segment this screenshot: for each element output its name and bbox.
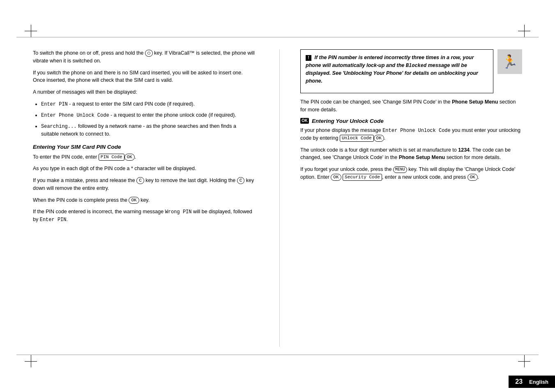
warning-box: ! If the PIN number is entered incorrect… (300, 49, 493, 93)
enter-pin-mono2: Enter PIN (40, 217, 67, 223)
page-number: 23 (515, 378, 523, 385)
menu-key-button: MENU (393, 166, 407, 173)
section1-para5: If the PIN code entered is incorrect, th… (33, 208, 255, 224)
language-label: English (529, 379, 548, 385)
section1-heading: Entering Your SIM Card PIN Code (33, 144, 255, 150)
v-divider (279, 49, 280, 347)
c-key-button-2: C (237, 177, 245, 184)
section2-heading-container: OK Entering Your Unlock Code (300, 118, 522, 124)
footer-page-info: 23 English (509, 376, 555, 388)
corner-mark-tl (25, 25, 37, 37)
searching-mono: Searching... (41, 124, 76, 129)
section1-para2: As you type in each digit of the PIN cod… (33, 165, 255, 173)
wrong-pin-mono: Wrong PIN (165, 209, 192, 215)
right-para-change: The PIN code can be changed, see 'Change… (300, 98, 522, 114)
footer: 23 English (0, 371, 555, 392)
runner-symbol: 🏃 (502, 54, 518, 69)
right-column: 🏃 ! If the PIN number is entered incorre… (296, 49, 522, 347)
section2-heading: Entering Your Unlock Code (312, 118, 384, 124)
section1-para4: When the PIN code is complete press the … (33, 196, 255, 204)
section2-para1: If your phone displays the message Enter… (300, 127, 522, 142)
left-para3: A number of messages will then be displa… (33, 88, 255, 96)
content-area: To switch the phone on or off, press and… (33, 49, 522, 347)
h-line-bottom (16, 355, 539, 355)
section2-para3: If you forget your unlock code, press th… (300, 166, 522, 181)
power-key-symbol: ◯ (145, 50, 153, 57)
left-para2: If you switch the phone on and there is … (33, 69, 255, 85)
enter-pin-mono: Enter PIN (41, 101, 68, 107)
page-container: To switch the phone on or off, press and… (0, 0, 555, 392)
unlock-code-button: Unlock Code (340, 135, 374, 142)
section1-para3: If you make a mistake, press and release… (33, 177, 255, 192)
corner-mark-br (518, 355, 530, 367)
warning-text: ! If the PIN number is entered incorrect… (306, 54, 488, 85)
ok-button-2: OK (374, 135, 384, 142)
ok-button-1: OK (124, 154, 135, 161)
section1-para1: To enter the PIN code, enter PIN CodeOK. (33, 153, 255, 161)
bullet-1: Enter PIN - a request to enter the SIM c… (41, 100, 255, 108)
running-person-icon: 🏃 (497, 49, 522, 74)
enter-unlock-code-mono: Enter Phone Unlock Code (382, 128, 451, 134)
corner-mark-bl (25, 355, 37, 367)
blocked-text: Blocked (406, 63, 426, 69)
section2-para2: The unlock code is a four digit number w… (300, 146, 522, 162)
ok-section-icon: OK (300, 118, 309, 124)
ok-key-button: OK (129, 197, 139, 204)
warning-icon: ! (306, 55, 311, 61)
left-para1: To switch the phone on or off, press and… (33, 49, 255, 65)
ok-button-3: OK (331, 174, 341, 181)
c-key-button: C (136, 177, 144, 184)
enter-unlock-mono: Enter Phone Unlock Code (41, 113, 109, 118)
h-line-top (16, 37, 539, 37)
pin-code-button: PIN Code (99, 154, 124, 161)
corner-mark-tr (518, 25, 530, 37)
security-code-button: Security Code (343, 174, 382, 181)
ok-button-4: OK (467, 174, 478, 181)
bullet-2: Enter Phone Unlock Code - a request to e… (41, 111, 255, 119)
bullet-3: Searching... followed by a network name … (41, 122, 255, 138)
left-column: To switch the phone on or off, press and… (33, 49, 263, 347)
bullet-list: Enter PIN - a request to enter the SIM c… (41, 100, 255, 138)
